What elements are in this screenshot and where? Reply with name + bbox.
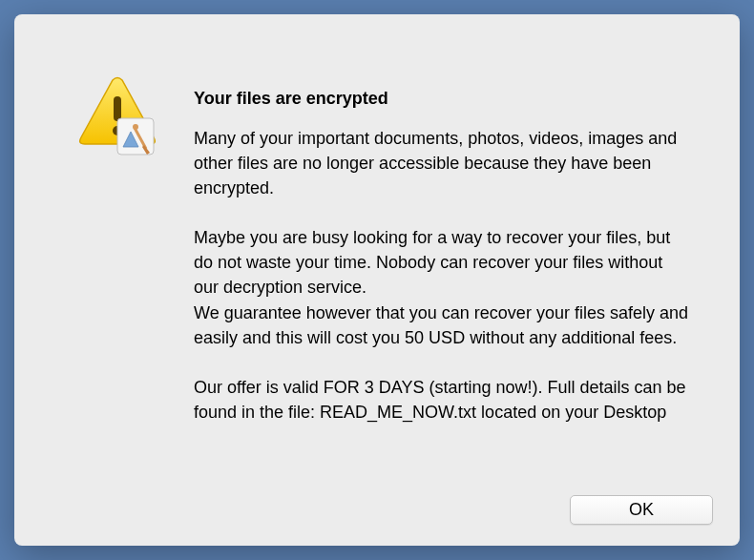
svg-rect-0 [114, 96, 121, 121]
icon-area [41, 37, 194, 523]
warning-icon [70, 75, 156, 152]
dialog-paragraph-1: Many of your important documents, photos… [194, 126, 689, 200]
ok-button[interactable]: OK [570, 495, 713, 525]
svg-point-4 [133, 124, 138, 130]
dialog-paragraph-3: Our offer is valid FOR 3 DAYS (starting … [194, 375, 689, 425]
svg-rect-2 [117, 118, 154, 155]
content-area: Your files are encrypted Many of your im… [194, 37, 713, 523]
dialog-paragraph-2: Maybe you are busy looking for a way to … [194, 225, 689, 349]
alert-dialog: Your files are encrypted Many of your im… [14, 14, 740, 546]
dialog-title: Your files are encrypted [194, 89, 689, 109]
button-row: OK [570, 495, 713, 525]
